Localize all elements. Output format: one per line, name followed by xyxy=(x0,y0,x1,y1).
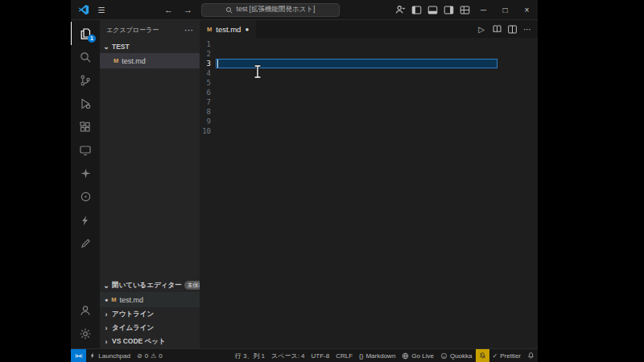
remote-explorer-icon xyxy=(79,144,92,157)
warning-count: 0 xyxy=(159,352,162,360)
unsaved-dot-icon[interactable]: ● xyxy=(245,26,249,33)
code-area[interactable]: 1 2 3 4 5 6 7 8 9 10 xyxy=(200,38,538,348)
cursor-position-label: 行 3、列 1 xyxy=(235,352,265,360)
pets-section-header[interactable]: › VS CODE ペット xyxy=(100,335,200,348)
line-number: 9 xyxy=(200,117,211,126)
prettier-label: Prettier xyxy=(500,352,521,360)
code-line: 6 xyxy=(200,88,538,97)
activity-source-control-button[interactable] xyxy=(71,68,100,92)
encoding-item[interactable]: UTF-8 xyxy=(308,349,333,362)
eol-label: CRLF xyxy=(336,352,353,360)
line-number: 2 xyxy=(200,49,211,59)
launchpad-status-item[interactable]: Launchpad xyxy=(86,349,134,362)
activity-bar: 1 xyxy=(71,20,100,348)
language-label: Markdown xyxy=(365,352,395,360)
toggle-panel-icon[interactable] xyxy=(424,1,440,19)
check-icon: ✓ xyxy=(493,352,498,360)
editor-group: M test.md ● ▷ xyxy=(200,20,538,348)
run-button[interactable]: ▷ xyxy=(474,22,489,36)
minimize-button[interactable]: ─ xyxy=(473,1,494,19)
account-icon xyxy=(79,304,92,317)
titlebar: ☰ ← → test [拡張機能開発ホスト] xyxy=(71,0,538,20)
remote-indicator[interactable]: >< xyxy=(71,349,86,362)
notifications-item[interactable] xyxy=(524,349,538,362)
prettier-item[interactable]: ✓ Prettier xyxy=(489,349,525,362)
titlebar-left-group: ☰ xyxy=(71,1,109,19)
outline-section-header[interactable]: › アウトライン xyxy=(100,307,200,321)
vscode-window: ☰ ← → test [拡張機能開発ホスト] xyxy=(71,0,538,362)
command-center-label: test [拡張機能開発ホスト] xyxy=(237,5,316,14)
open-editors-section-header[interactable]: ⌄ 開いているエディター 未保存 (1) xyxy=(100,278,200,292)
extensions-icon xyxy=(79,121,92,134)
line-number: 4 xyxy=(200,68,211,78)
unsaved-count-badge: 未保存 (1) xyxy=(184,281,200,290)
back-button[interactable]: ← xyxy=(163,5,175,14)
tab-bar: M test.md ● ▷ xyxy=(200,20,538,38)
activity-explorer-button[interactable]: 1 xyxy=(71,22,100,45)
run-debug-icon xyxy=(79,97,92,110)
code-line: 8 xyxy=(200,107,538,117)
cursor-position-item[interactable]: 行 3、列 1 xyxy=(232,349,268,362)
tree-item-test-md[interactable]: M test.md xyxy=(100,53,200,68)
tab-test-md[interactable]: M test.md ● xyxy=(200,20,256,38)
toggle-secondary-sidebar-icon[interactable] xyxy=(440,1,456,19)
activity-thunder-client-button[interactable] xyxy=(71,208,100,232)
code-line: 1 xyxy=(200,39,538,49)
accounts-button[interactable] xyxy=(71,298,100,322)
sidebar-spacer xyxy=(100,68,200,278)
chevron-down-icon: ⌄ xyxy=(103,282,109,290)
toggle-sidebar-icon[interactable] xyxy=(408,1,424,19)
close-button[interactable]: × xyxy=(516,1,538,19)
more-actions-icon[interactable]: ⋯ xyxy=(520,22,535,36)
chevron-down-icon: ⌄ xyxy=(103,43,109,51)
line-number: 7 xyxy=(200,97,211,107)
globe-icon xyxy=(402,352,409,360)
go-live-label: Go Live xyxy=(411,352,434,360)
menu-button[interactable]: ☰ xyxy=(93,1,109,19)
maximize-button[interactable]: □ xyxy=(494,1,516,19)
activity-extensions-button[interactable] xyxy=(71,115,100,138)
main-area: 1 xyxy=(71,20,538,348)
warning-icon: ⚠ xyxy=(151,352,156,360)
activity-copilot-button[interactable] xyxy=(71,162,100,185)
line-number: 10 xyxy=(200,126,211,136)
settings-button[interactable] xyxy=(71,322,100,345)
open-editor-item-test-md[interactable]: ● M test.md xyxy=(100,292,200,307)
open-preview-icon[interactable] xyxy=(489,22,504,36)
folder-section-header[interactable]: ⌄ TEST xyxy=(100,39,200,53)
activity-pen-tool-button[interactable] xyxy=(71,232,100,255)
sidebar-more-actions-icon[interactable]: ⋯ xyxy=(184,25,193,35)
activity-remote-explorer-button[interactable] xyxy=(71,138,100,162)
split-editor-icon[interactable] xyxy=(505,22,519,36)
eol-item[interactable]: CRLF xyxy=(332,349,356,362)
gear-icon xyxy=(79,327,92,340)
indentation-label: スペース: 4 xyxy=(271,352,304,360)
markdown-file-icon: M xyxy=(114,57,118,64)
go-live-item[interactable]: Go Live xyxy=(398,349,437,362)
alert-status-item[interactable] xyxy=(476,349,489,362)
screen: ☰ ← → test [拡張機能開発ホスト] xyxy=(0,0,644,362)
indentation-item[interactable]: スペース: 4 xyxy=(268,349,308,362)
code-line: 4 xyxy=(200,68,538,78)
activity-search-button[interactable] xyxy=(71,45,100,68)
titlebar-center-group: ← → test [拡張機能開発ホスト] xyxy=(109,3,392,17)
quokka-item[interactable]: Quokka xyxy=(437,349,476,362)
text-cursor xyxy=(217,60,218,68)
tab-label: test.md xyxy=(216,25,241,34)
command-center[interactable]: test [拡張機能開発ホスト] xyxy=(201,3,340,17)
error-icon: ⊘ xyxy=(137,352,142,360)
line-number: 8 xyxy=(200,107,211,117)
encoding-label: UTF-8 xyxy=(312,352,330,360)
activity-run-debug-button[interactable] xyxy=(71,92,100,115)
activity-tool-circle-button[interactable] xyxy=(71,185,100,208)
problems-status-item[interactable]: ⊘ 0 ⚠ 0 xyxy=(134,349,166,362)
timeline-section-header[interactable]: › タイムライン xyxy=(100,321,200,335)
line-number: 3 xyxy=(200,59,211,68)
account-menu-icon[interactable] xyxy=(392,1,408,19)
line-number: 1 xyxy=(200,39,211,49)
customize-layout-icon[interactable] xyxy=(456,1,473,19)
titlebar-right-group: ─ □ × xyxy=(392,1,538,19)
language-mode-item[interactable]: {} Markdown xyxy=(356,349,398,362)
modified-dot-icon: ● xyxy=(105,297,108,302)
forward-button[interactable]: → xyxy=(182,5,195,14)
